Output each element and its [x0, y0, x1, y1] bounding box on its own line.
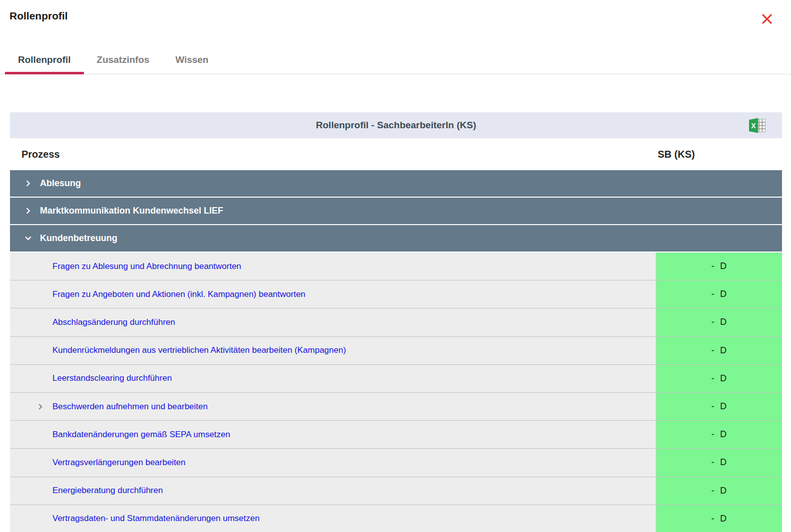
table-row: Abschlagsänderung durchführen- D [10, 308, 782, 336]
chevron-down-icon [23, 234, 33, 243]
role-assignment-cell: - D [656, 449, 782, 476]
tab-zusatzinfos[interactable]: Zusatzinfos [84, 46, 163, 74]
process-link[interactable]: Abschlagsänderung durchführen [52, 317, 175, 327]
group-label: Marktkommunikation Kundenwechsel LIEF [40, 206, 223, 216]
process-link[interactable]: Energieberatung durchführen [52, 486, 163, 496]
role-assignment-cell: - D [656, 477, 782, 505]
process-link[interactable]: Kundenrückmeldungen aus vertrieblichen A… [52, 345, 346, 355]
column-header-role: SB (KS) [658, 149, 695, 160]
excel-icon: X [748, 117, 767, 134]
table-row: Fragen zu Ablesung und Abrechnung beantw… [10, 253, 782, 280]
group-row-collapsed[interactable]: Marktkommunikation Kundenwechsel LIEF [10, 198, 782, 224]
table-title-bar: Rollenprofil - SachbearbeiterIn (KS) [10, 112, 782, 138]
chevron-right-icon [23, 206, 33, 216]
role-assignment-cell: - D [656, 280, 782, 308]
table-row: Beschwerden aufnehmen und bearbeiten- D [10, 393, 782, 421]
rollenprofil-dialog: Rollenprofil Rollenprofil Zusatzinfos Wi… [0, 0, 791, 532]
process-link[interactable]: Bankdatenänderungen gemäß SEPA umsetzen [52, 430, 230, 440]
tab-bar: Rollenprofil Zusatzinfos Wissen [0, 46, 791, 74]
process-link[interactable]: Leerstandsclearing durchführen [52, 373, 172, 383]
tab-wissen[interactable]: Wissen [162, 46, 221, 74]
process-link[interactable]: Beschwerden aufnehmen und bearbeiten [52, 402, 208, 412]
process-link[interactable]: Fragen zu Ablesung und Abrechnung beantw… [52, 262, 241, 271]
group-row-expanded[interactable]: Kundenbetreuung [10, 225, 782, 252]
svg-text:X: X [751, 121, 756, 129]
table-row: Bankdatenänderungen gemäß SEPA umsetzen-… [10, 421, 782, 449]
process-groups: AblesungMarktkommunikation Kundenwechsel… [10, 170, 782, 252]
role-assignment-cell: - D [656, 393, 782, 420]
chevron-right-icon [23, 179, 33, 188]
table-row: Fragen zu Angeboten und Aktionen (inkl. … [10, 280, 782, 308]
table-row: Energieberatung durchführen- D [10, 477, 782, 505]
chevron-right-icon[interactable] [36, 402, 45, 411]
process-link[interactable]: Fragen zu Angeboten und Aktionen (inkl. … [52, 289, 306, 299]
group-label: Kundenbetreuung [40, 233, 117, 244]
page-title: Rollenprofil [9, 10, 68, 22]
table-title: Rollenprofil - SachbearbeiterIn (KS) [316, 120, 476, 131]
role-assignment-cell: - D [656, 365, 782, 392]
table-row: Vertragsverlängerungen bearbeiten- D [10, 449, 782, 477]
process-rows: Fragen zu Ablesung und Abrechnung beantw… [10, 253, 782, 532]
process-link[interactable]: Vertragsverlängerungen bearbeiten [52, 458, 186, 468]
group-row-collapsed[interactable]: Ablesung [10, 170, 782, 197]
process-link[interactable]: Vertragsdaten- und Stammdatenänderungen … [52, 514, 260, 524]
table-row: Leerstandsclearing durchführen- D [10, 365, 782, 393]
role-assignment-cell: - D [656, 308, 782, 336]
group-label: Ablesung [40, 178, 81, 189]
role-assignment-cell: - D [656, 421, 782, 448]
role-assignment-cell: - D [656, 253, 782, 280]
tab-rollenprofil[interactable]: Rollenprofil [5, 46, 84, 74]
rollenprofil-table: Rollenprofil - SachbearbeiterIn (KS) [10, 112, 782, 532]
table-row: Vertragsdaten- und Stammdatenänderungen … [10, 505, 782, 532]
role-assignment-cell: - D [656, 337, 782, 364]
role-assignment-cell: - D [656, 505, 782, 532]
table-row: Kundenrückmeldungen aus vertrieblichen A… [10, 337, 782, 365]
export-excel-button[interactable]: X [747, 116, 767, 134]
column-header-prozess: Prozess [21, 149, 60, 160]
close-icon [760, 12, 774, 26]
close-button[interactable] [759, 11, 775, 27]
column-header-row: Prozess SB (KS) [10, 138, 782, 170]
